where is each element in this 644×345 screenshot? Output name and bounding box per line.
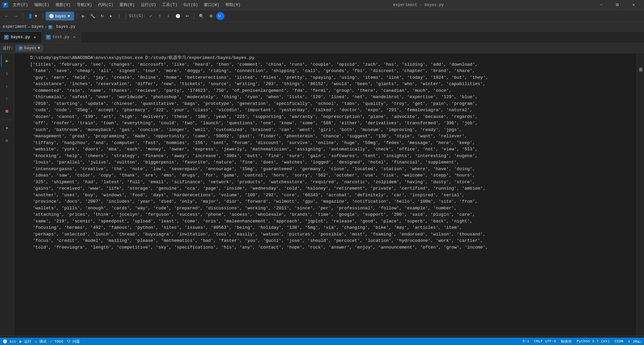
menu-code[interactable]: 代码(C) xyxy=(95,0,116,10)
title-bar: P 文件(F) 编辑(E) 视图(V) 导航(N) 代码(C) 重构(R) 运行… xyxy=(0,0,644,10)
menu-window[interactable]: 窗口(W) xyxy=(201,0,222,10)
close-button[interactable]: ✕ xyxy=(626,0,641,10)
output-content[interactable]: D:\study\python\ANACONDA\envs\ex\python.… xyxy=(14,53,637,336)
search-button[interactable]: 🔍 xyxy=(197,12,206,20)
title-bar-left: P 文件(F) 编辑(E) 视图(V) 导航(N) 代码(C) 重构(R) 运行… xyxy=(3,0,243,10)
status-bar-left: ⚪ Git ▶ 运行 ⚠ 调试 ✓ TODO 🗨 问题 xyxy=(3,339,80,344)
branch-dropdown: ▼ xyxy=(67,14,71,18)
left-sidebar: ▶ ↴ ⇣ ⇡ ■ ● ⚙ xyxy=(0,53,14,336)
sidebar-breakpoint-icon[interactable]: ● xyxy=(1,122,13,134)
toolbar-forward[interactable]: → xyxy=(12,12,20,20)
status-python: Python 3.7 (ex) xyxy=(577,339,610,343)
minimize-button[interactable]: — xyxy=(594,0,609,10)
tab-test-label: test.py xyxy=(53,35,69,40)
right-panel-icon1[interactable]: 文件日志 xyxy=(638,55,644,75)
menu-help[interactable]: 帮助(H) xyxy=(223,0,244,10)
app-icon: P xyxy=(3,2,8,8)
toolbar-coverage[interactable]: ● xyxy=(107,12,114,20)
toolbar: ← → 👤 ▼ ⚪ bayes ▼ ▶ 🔧 ↻ ● ⋮ Git(G): ✓ ⇧ … xyxy=(0,10,644,22)
menu-file[interactable]: 文件(F) xyxy=(10,0,31,10)
breadcrumb-sep2: ▸ xyxy=(45,25,47,29)
branch-icon: ⚪ xyxy=(49,14,54,18)
tab-bayes-py[interactable]: P bayes.py ✕ xyxy=(0,31,42,43)
status-debug[interactable]: ⚠ 调试 xyxy=(35,339,47,344)
tab-py-icon: P xyxy=(4,35,9,40)
settings-button[interactable]: ⚙ xyxy=(207,12,215,20)
sidebar-vertical-labels xyxy=(0,67,3,70)
status-run[interactable]: ▶ 运行 xyxy=(19,339,31,344)
toolbar-sep3 xyxy=(77,13,77,19)
toolbar-sep5 xyxy=(194,13,194,19)
menu-view[interactable]: 视图(V) xyxy=(53,0,73,10)
sidebar-stop-icon[interactable]: ■ xyxy=(1,106,13,118)
run-label: 运行: xyxy=(3,45,13,51)
menu-refactor[interactable]: 重构(R) xyxy=(117,0,138,10)
menu-nav[interactable]: 导航(N) xyxy=(74,0,95,10)
toolbar-sep2 xyxy=(43,13,43,19)
breadcrumb: experiment ▸ bayes ▸ P bayes.py xyxy=(0,22,644,31)
toolbar-reload[interactable]: ↻ xyxy=(99,12,106,20)
sidebar-run-icon[interactable]: ▶ xyxy=(1,55,13,67)
run-config-dropdown-icon: ▼ xyxy=(38,46,40,51)
title-bar-right: — ⧉ ✕ xyxy=(594,0,641,10)
tab-bayes-close[interactable]: ✕ xyxy=(32,34,38,40)
profile-button[interactable]: 👤 ▼ xyxy=(26,12,40,20)
status-bar-right: 5:1 CRLF UTF-8 制表符 Python 3.7 (ex) CSDN … xyxy=(523,339,641,344)
menu-edit[interactable]: 编辑(E) xyxy=(32,0,52,10)
status-jrw[interactable]: ⬆ JRW↵ xyxy=(628,339,641,344)
sidebar-step-in-icon[interactable]: ⇣ xyxy=(1,80,13,92)
sidebar-sep xyxy=(2,120,12,120)
tab-test-py[interactable]: P test.py ✕ xyxy=(42,31,81,43)
toolbar-back[interactable]: ← xyxy=(3,12,11,20)
breadcrumb-experiment[interactable]: experiment xyxy=(3,24,27,29)
profile-avatar[interactable]: U xyxy=(216,12,224,20)
output-data-line: ['titles', 'february', 'see', 'changes',… xyxy=(17,61,634,251)
sidebar-settings-icon[interactable]: ⚙ xyxy=(1,135,13,147)
status-position: 5:1 xyxy=(523,339,529,343)
right-panel: 文件日志 xyxy=(637,53,644,336)
status-encoding: CRLF UTF-8 xyxy=(534,339,556,343)
branch-button[interactable]: ⚪ bayes ▼ xyxy=(46,12,74,20)
toolbar-more[interactable]: ⋮ xyxy=(115,12,123,20)
breadcrumb-file[interactable]: P bayes.py xyxy=(48,24,75,29)
git-revert[interactable]: ↩ xyxy=(184,12,191,20)
tab-test-close[interactable]: ✕ xyxy=(71,34,77,40)
git-label: Git(G): xyxy=(129,14,146,18)
main-area: ▶ ↴ ⇣ ⇡ ■ ● ⚙ D:\study\python\ANACONDA\e… xyxy=(0,53,644,336)
run-play-button[interactable]: ▶ xyxy=(80,12,87,20)
breadcrumb-bayes[interactable]: bayes xyxy=(32,24,44,29)
tab-test-py-icon: P xyxy=(46,35,51,40)
status-todo[interactable]: ✓ TODO xyxy=(50,339,63,344)
git-check[interactable]: ✓ xyxy=(147,12,155,20)
menu-run[interactable]: 运行(U) xyxy=(138,0,159,10)
status-csdn[interactable]: CSDN xyxy=(614,339,623,343)
tab-bayes-label: bayes.py xyxy=(11,35,30,40)
toolbar-build[interactable]: 🔧 xyxy=(88,12,97,20)
status-bar: ⚪ Git ▶ 运行 ⚠ 调试 ✓ TODO 🗨 问题 5:1 CRLF UTF… xyxy=(0,338,644,345)
title-center: experiment - bayes.py xyxy=(393,3,444,7)
run-command: D:\study\python\ANACONDA\envs\ex\python.… xyxy=(30,55,634,61)
status-git[interactable]: ⚪ Git xyxy=(3,339,16,344)
run-config-name: bayes xyxy=(24,46,36,51)
git-down[interactable]: ⇩ xyxy=(165,12,172,20)
breadcrumb-sep1: ▸ xyxy=(28,25,30,29)
line-gutter xyxy=(17,55,30,61)
output-gutter xyxy=(17,61,30,251)
toolbar-sep4 xyxy=(126,13,126,19)
status-file-type: 制表符 xyxy=(561,339,572,344)
toolbar-sep1 xyxy=(23,13,23,19)
maximize-button[interactable]: ⧉ xyxy=(610,0,625,10)
menu-git[interactable]: Git(G) xyxy=(181,0,201,10)
command-line: D:\study\python\ANACONDA\envs\ex\python.… xyxy=(17,55,634,61)
output-data: ['titles', 'february', 'see', 'changes',… xyxy=(30,61,634,251)
git-up[interactable]: ⇧ xyxy=(156,12,163,20)
branch-name: bayes xyxy=(55,14,66,18)
sidebar-step-out-icon[interactable]: ⇡ xyxy=(1,93,13,105)
menu-items: 文件(F) 编辑(E) 视图(V) 导航(N) 代码(C) 重构(R) 运行(U… xyxy=(10,0,243,10)
run-bar: 运行: P bayes ▼ xyxy=(0,43,644,53)
output-area: D:\study\python\ANACONDA\envs\ex\python.… xyxy=(14,53,637,336)
menu-tools[interactable]: 工具(T) xyxy=(159,0,180,10)
run-config-selector[interactable]: P bayes ▼ xyxy=(16,45,43,52)
status-problems[interactable]: 🗨 问题 xyxy=(67,339,80,344)
git-history[interactable]: 🕐 xyxy=(173,12,182,20)
